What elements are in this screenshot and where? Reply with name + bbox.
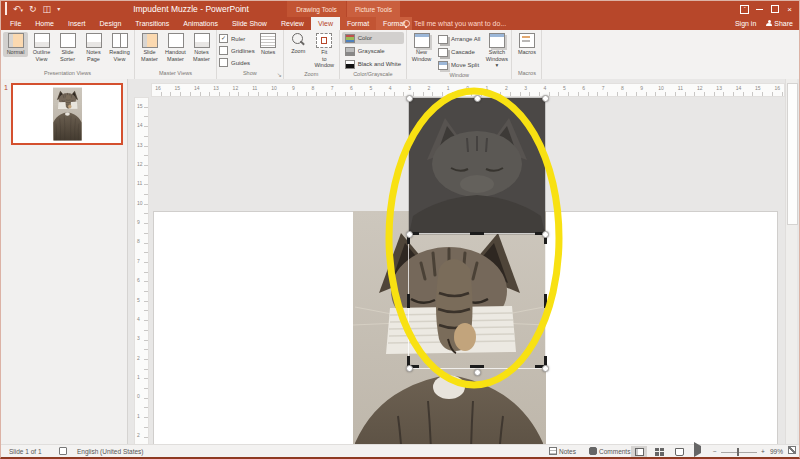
start-from-beginning-icon[interactable]: ◫ — [43, 5, 52, 14]
checkbox-ruler[interactable]: ✓Ruler — [219, 33, 255, 44]
notes-icon — [549, 447, 557, 455]
zoom-slider[interactable] — [721, 452, 757, 453]
checkbox-gridlines[interactable]: Gridlines — [219, 45, 255, 56]
reading-view-button[interactable]: Reading View — [107, 32, 132, 63]
minimize-button[interactable] — [752, 1, 767, 17]
ruler-number: 12 — [137, 161, 143, 167]
ribbon-display-options-icon[interactable]: ˆ — [737, 1, 752, 17]
crop-region[interactable] — [409, 234, 545, 368]
crop-handle-bottom-center[interactable] — [470, 365, 484, 368]
ribbon-group-presentation-views: NormalOutline ViewSlide SorterNotes Page… — [1, 30, 135, 79]
tab-review[interactable]: Review — [274, 17, 311, 30]
tell-me-box[interactable]: Tell me what you want to do... — [403, 17, 506, 30]
crop-handle-right-center[interactable] — [544, 294, 547, 308]
zoom-in-button[interactable]: + — [761, 445, 765, 459]
normal-view-button[interactable] — [631, 446, 647, 458]
notes-toggle[interactable]: Notes — [549, 445, 576, 459]
black-and-white-button[interactable]: Black and White — [342, 58, 404, 70]
fit-to-window-button[interactable]: Fit to Window — [312, 32, 337, 70]
ruler-number: 6 — [137, 277, 140, 283]
arrange-all-button[interactable]: Arrange All — [435, 33, 483, 45]
fit-icon — [316, 33, 332, 48]
ruler-number: 13 — [716, 85, 722, 91]
handout-master-button[interactable]: Handout Master — [163, 32, 188, 63]
tab-animations[interactable]: Animations — [176, 17, 225, 30]
cropped-picture-dimmed[interactable] — [409, 98, 545, 234]
selection-handle[interactable] — [542, 95, 549, 102]
tab-home[interactable]: Home — [28, 17, 61, 30]
reading-view-button[interactable] — [671, 446, 687, 458]
selection-handle[interactable] — [542, 365, 549, 372]
tab-view[interactable]: View — [311, 17, 340, 30]
notes-master-button[interactable]: Notes Master — [189, 32, 214, 63]
save-icon[interactable] — [5, 5, 7, 14]
zoom-out-button[interactable]: − — [713, 445, 717, 459]
group-label-macros: Macros — [512, 69, 541, 79]
grid-icon — [60, 33, 76, 48]
slide-show-button[interactable] — [691, 446, 707, 458]
slide-sorter-button[interactable]: Slide Sorter — [55, 32, 80, 63]
ruler-number: 9 — [292, 85, 295, 91]
tab-transitions[interactable]: Transitions — [128, 17, 176, 30]
vertical-scrollbar[interactable] — [785, 79, 797, 444]
restore-button[interactable] — [767, 1, 782, 17]
proofing-icon[interactable] — [59, 445, 69, 459]
checkbox-guides[interactable]: Guides — [219, 57, 255, 68]
notes-page-button[interactable]: Notes Page — [81, 32, 106, 63]
lightbulb-icon — [403, 20, 410, 27]
normal-button[interactable]: Normal — [3, 32, 28, 57]
cascade-button[interactable]: Cascade — [435, 46, 483, 58]
move-split-button[interactable]: Move Split — [435, 59, 483, 71]
tab-design[interactable]: Design — [92, 17, 128, 30]
selection-handle[interactable] — [406, 231, 413, 238]
slide-master-button[interactable]: Slide Master — [137, 32, 162, 63]
customize-qat-icon[interactable]: ▾ — [57, 6, 60, 12]
slide-thumbnail[interactable] — [11, 83, 123, 145]
dialog-launcher-icon[interactable]: ↘ — [277, 72, 282, 78]
comments-toggle[interactable]: Comments — [589, 445, 630, 459]
ribbon-group-window: New WindowArrange AllCascadeMove SplitSw… — [407, 30, 512, 79]
selection-handle[interactable] — [542, 231, 549, 238]
notes-button[interactable]: Notes — [256, 32, 281, 57]
selection-handle[interactable] — [474, 95, 481, 102]
doc-icon — [34, 33, 50, 48]
language-status[interactable]: English (United States) — [77, 445, 143, 459]
selection-handle[interactable] — [406, 95, 413, 102]
redo-icon[interactable]: ↻ — [29, 5, 37, 14]
doc-icon — [194, 33, 210, 48]
color-button[interactable]: Color — [342, 32, 404, 44]
selection-handle[interactable] — [406, 365, 413, 372]
scrollbar-thumb[interactable] — [787, 83, 798, 225]
undo-icon[interactable]: ↶▾ — [13, 5, 23, 14]
close-button[interactable]: × — [782, 1, 797, 17]
crop-handle-top-center[interactable] — [470, 232, 484, 235]
crop-handle-left-center[interactable] — [407, 294, 410, 308]
zoom-slider-thumb[interactable] — [737, 448, 739, 456]
grayic-icon — [345, 47, 355, 56]
macros-button[interactable]: Macros — [514, 32, 539, 57]
zoom-level[interactable]: 99% — [770, 445, 783, 459]
person-icon — [766, 20, 772, 26]
share-button[interactable]: Share — [766, 20, 793, 27]
zoom-button[interactable]: Zoom — [286, 32, 311, 56]
ruler-number: 2 — [505, 85, 508, 91]
ruler-number: 8 — [311, 85, 314, 91]
slide-show-icon — [694, 442, 705, 457]
ruler-number: 9 — [640, 85, 643, 91]
tab-slide-show[interactable]: Slide Show — [225, 17, 274, 30]
tab-insert[interactable]: Insert — [61, 17, 93, 30]
switch-windows-button[interactable]: Switch Windows ▾ — [484, 32, 509, 70]
ribbon: NormalOutline ViewSlide SorterNotes Page… — [1, 30, 799, 80]
selection-handle[interactable] — [474, 369, 481, 376]
ruler-number: 14 — [194, 85, 200, 91]
tab-format-ctx1[interactable]: Format — [340, 17, 376, 30]
outline-view-button[interactable]: Outline View — [29, 32, 54, 63]
tab-file[interactable]: File — [3, 17, 28, 30]
fit-slide-to-window-button[interactable] — [788, 445, 796, 459]
slide-sorter-view-button[interactable] — [651, 446, 667, 458]
ruler-number: 2 — [428, 85, 431, 91]
grayscale-button[interactable]: Grayscale — [342, 45, 404, 57]
new-window-button[interactable]: New Window — [409, 32, 434, 63]
sign-in-link[interactable]: Sign in — [735, 20, 756, 27]
ruler-number: 9 — [137, 219, 140, 225]
